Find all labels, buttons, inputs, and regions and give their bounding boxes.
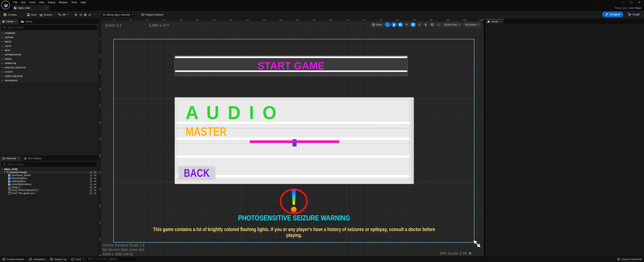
unlocked-icon[interactable]	[90, 171, 92, 173]
diff-button[interactable]: Diff ▼	[56, 12, 70, 17]
menu-file[interactable]: File	[12, 1, 19, 4]
hierarchy-row[interactable]: [Text] "PHOTOSENSITIV.."	[0, 189, 98, 192]
animations-button[interactable]: Animations	[26, 257, 48, 262]
tab-details[interactable]: Details ✕	[485, 19, 504, 24]
tab-close-icon[interactable]: ✕	[500, 20, 502, 23]
screen-size-dropdown[interactable]: Screen Size ▼	[442, 22, 462, 27]
respect-locks-toggle[interactable]: R	[404, 22, 410, 27]
palette-category-misc[interactable]: MISC	[0, 48, 98, 52]
expand-arrow-icon[interactable]	[2, 54, 3, 55]
console-command-input[interactable]	[86, 257, 137, 261]
expand-arrow-icon[interactable]	[2, 71, 3, 73]
graph-mode-button[interactable]: Graph	[626, 11, 642, 17]
output-log-button[interactable]: Output Log	[48, 257, 68, 262]
palette-category-special-effects[interactable]: SPECIAL EFFECTS	[0, 65, 98, 70]
hierarchy-row[interactable]: [Canvas Panel]	[0, 171, 98, 174]
panel-divider[interactable]	[484, 19, 485, 256]
compile-options-icon[interactable]: ⋮	[18, 13, 23, 16]
save-button[interactable]: Save	[26, 12, 38, 17]
palette-category-panel[interactable]: PANEL	[0, 57, 98, 61]
back-button-widget[interactable]: BACK	[178, 166, 216, 180]
play-options-icon[interactable]: ⋮	[93, 13, 97, 16]
caret-down-icon[interactable]	[2, 169, 3, 170]
expand-arrow-icon[interactable]	[2, 50, 3, 51]
hierarchy-row[interactable]: SettingsMenu	[0, 180, 98, 183]
flip-preview-button[interactable]	[436, 22, 441, 27]
eject-icon[interactable]	[88, 13, 91, 16]
dpi-settings-gear-icon[interactable]: ⚙	[468, 251, 472, 256]
seizure-warning-body-text[interactable]: This game contains a lot of brightly col…	[146, 227, 442, 238]
tab-close-icon[interactable]: ✕	[18, 157, 19, 160]
unlocked-icon[interactable]	[90, 183, 92, 185]
browse-button[interactable]: Browse	[38, 12, 54, 17]
menu-view[interactable]: View	[37, 1, 46, 4]
expand-arrow-icon[interactable]	[2, 45, 3, 47]
audio-title-text[interactable]: A U D I O	[186, 103, 278, 122]
caret-down-icon[interactable]	[4, 172, 5, 173]
tab-library[interactable]: Library	[19, 19, 34, 24]
master-label-text[interactable]: MASTER	[186, 126, 227, 138]
slider-handle[interactable]	[292, 139, 296, 146]
palette-category-advanced[interactable]: ADVANCED	[0, 78, 98, 83]
hierarchy-row[interactable]: Image_0	[0, 186, 98, 189]
preview-background-button[interactable]	[430, 22, 435, 27]
debug-object-dropdown[interactable]: No debug object selected ▼	[100, 12, 135, 17]
grid-snap-size[interactable]: 4	[417, 22, 422, 27]
expand-arrow-icon[interactable]	[2, 80, 3, 81]
tab-bind-widgets[interactable]: Bind Widgets	[22, 156, 44, 161]
start-game-button-widget[interactable]: START GAME	[174, 55, 408, 76]
step-forward-icon[interactable]	[80, 13, 82, 16]
play-icon[interactable]	[75, 13, 78, 16]
expand-arrow-icon[interactable]	[2, 37, 3, 38]
unlocked-icon[interactable]	[90, 186, 92, 188]
source-control-button[interactable]: Source Control Off	[615, 257, 644, 262]
unlocked-icon[interactable]	[90, 192, 92, 194]
designer-viewport[interactable]: Zoom 1:1 1,065 x 477 None R 4	[101, 21, 484, 256]
palette-category-common[interactable]: COMMON	[0, 31, 98, 35]
unlocked-icon[interactable]	[90, 177, 92, 179]
tab-close-icon[interactable]: ✕	[46, 7, 48, 9]
expand-arrow-icon[interactable]	[2, 75, 3, 77]
stop-icon[interactable]	[84, 14, 86, 16]
scrollbar-track[interactable]	[411, 98, 413, 183]
content-drawer-button[interactable]: Content Drawer	[0, 257, 26, 262]
visibility-eye-icon[interactable]	[94, 186, 96, 188]
asset-tab-main-hud[interactable]: Main_HUD ✕	[12, 5, 50, 11]
visibility-eye-icon[interactable]	[94, 183, 96, 185]
marquee-select-toggle[interactable]	[385, 22, 390, 27]
compile-button[interactable]: ✓ Compile	[2, 12, 18, 17]
palette-category-lists[interactable]: LISTS	[0, 44, 98, 48]
hierarchy-row[interactable]: StartGame_Button	[0, 174, 98, 177]
visibility-eye-icon[interactable]	[94, 174, 96, 176]
menu-tools[interactable]: Tools	[69, 1, 79, 4]
palette-search-input[interactable]	[7, 26, 95, 29]
hierarchy-row[interactable]: SelectionMenu	[0, 177, 98, 180]
select-widget-mode[interactable]	[423, 22, 428, 27]
visibility-eye-icon[interactable]	[94, 192, 96, 194]
tab-close-icon[interactable]: ✕	[15, 20, 16, 23]
grid-snap-toggle[interactable]	[410, 22, 416, 27]
hierarchy-row[interactable]: [Main_HUD]	[0, 168, 98, 171]
parent-class-link[interactable]: User Widget	[629, 7, 642, 9]
expand-arrow-icon[interactable]	[2, 67, 3, 68]
widget-reflector-button[interactable]: Widget Reflector	[140, 12, 165, 17]
outline-mode-toggle[interactable]	[398, 22, 403, 27]
cmd-dropdown[interactable]: Cmd ▼	[69, 257, 86, 262]
visibility-eye-icon[interactable]	[94, 189, 96, 191]
expand-arrow-icon[interactable]	[2, 62, 3, 64]
unlocked-icon[interactable]	[90, 180, 92, 182]
palette-search[interactable]	[2, 25, 97, 29]
palette-category-optimization[interactable]: OPTIMIZATION	[0, 52, 98, 57]
expand-arrow-icon[interactable]	[2, 41, 3, 42]
designer-mode-button[interactable]: Designer	[602, 11, 623, 17]
seizure-warning-title-text[interactable]: PHOTOSENSITIVE SEIZURE WARNING	[141, 214, 447, 222]
menu-window[interactable]: Window	[57, 1, 69, 4]
visibility-eye-icon[interactable]	[94, 171, 96, 173]
hierarchy-search[interactable]	[2, 162, 97, 167]
hierarchy-row[interactable]: [Text] "This game con.."	[0, 192, 98, 195]
expand-arrow-icon[interactable]	[2, 32, 3, 34]
visibility-eye-icon[interactable]	[94, 180, 96, 182]
minimize-button[interactable]: ─	[620, 0, 627, 4]
expand-arrow-icon[interactable]	[2, 58, 3, 60]
tab-hierarchy[interactable]: Hierarchy ✕	[0, 156, 22, 161]
